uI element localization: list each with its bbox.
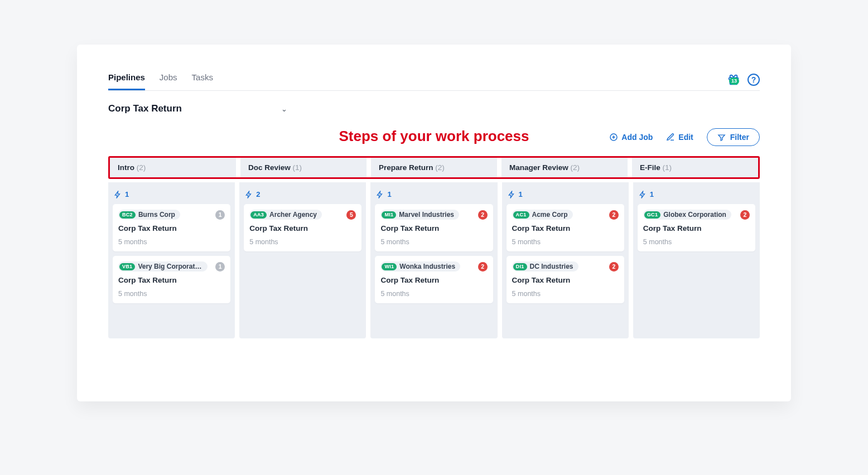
card-meta: 5 months <box>643 238 750 246</box>
add-job-button[interactable]: Add Job <box>609 133 653 142</box>
card-title: Corp Tax Return <box>512 224 619 232</box>
client-name: Marvel Industries <box>399 211 454 219</box>
stage-count: (1) <box>293 163 302 172</box>
task-count-badge: 2 <box>478 262 488 272</box>
stage-name: Intro <box>118 163 134 172</box>
client-tag: GC1 <box>644 211 660 219</box>
tab-tasks[interactable]: Tasks <box>192 72 213 90</box>
task-count-badge: 2 <box>609 210 619 220</box>
edit-label: Edit <box>678 133 693 142</box>
chevron-down-icon: ⌄ <box>281 105 287 113</box>
column-body: 1MI1Marvel Industries2Corp Tax Return5 m… <box>370 182 497 338</box>
stage-header[interactable]: Doc Review (1) <box>240 158 367 177</box>
bolt-icon <box>376 191 384 198</box>
gift-badge: 13 <box>729 77 739 85</box>
stage-count: (2) <box>571 163 580 172</box>
tab-pipelines[interactable]: Pipelines <box>108 72 145 90</box>
client-tag: WI1 <box>382 263 397 270</box>
job-card[interactable]: BC2Burns Corp1Corp Tax Return5 months <box>113 204 230 251</box>
plus-circle-icon <box>609 133 618 142</box>
card-meta: 5 months <box>249 238 356 246</box>
stage-name: E-File <box>640 163 660 172</box>
client-name: Wonka Industries <box>399 263 455 270</box>
task-count-badge: 2 <box>478 210 488 220</box>
automation-stat[interactable]: 1 <box>638 187 755 204</box>
job-card[interactable]: WI1Wonka Industries2Corp Tax Return5 mon… <box>375 256 493 303</box>
kanban-board: 1BC2Burns Corp1Corp Tax Return5 monthsVB… <box>108 182 760 338</box>
job-card[interactable]: GC1Globex Corporation2Corp Tax Return5 m… <box>638 204 755 251</box>
kanban-column: 1AC1Acme Corp2Corp Tax Return5 monthsDI1… <box>502 182 629 338</box>
card-top: VB1Very Big Corporation of Am…1 <box>118 261 225 272</box>
client-chip: AC1Acme Corp <box>512 210 573 220</box>
job-card[interactable]: AA3Archer Agency5Corp Tax Return5 months <box>244 204 361 251</box>
stage-header[interactable]: E-File (1) <box>632 158 758 177</box>
column-body: 2AA3Archer Agency5Corp Tax Return5 month… <box>239 182 366 338</box>
card-top: AC1Acme Corp2 <box>512 210 619 220</box>
task-count-badge: 2 <box>740 210 750 220</box>
task-count-badge: 1 <box>215 262 225 272</box>
filter-icon <box>717 133 726 142</box>
card-meta: 5 months <box>118 290 225 298</box>
job-card[interactable]: MI1Marvel Industries2Corp Tax Return5 mo… <box>375 204 493 251</box>
kanban-column: 1GC1Globex Corporation2Corp Tax Return5 … <box>633 182 760 338</box>
card-title: Corp Tax Return <box>512 276 619 284</box>
stage-count: (1) <box>663 163 672 172</box>
bolt-icon <box>114 191 122 198</box>
card-title: Corp Tax Return <box>118 224 225 232</box>
card-meta: 5 months <box>512 238 619 246</box>
client-name: Very Big Corporation of Am… <box>138 263 202 270</box>
client-tag: BC2 <box>119 211 136 219</box>
kanban-column: 1BC2Burns Corp1Corp Tax Return5 monthsVB… <box>108 182 235 338</box>
tabs: Pipelines Jobs Tasks <box>108 72 213 90</box>
stage-name: Doc Review <box>248 163 291 172</box>
automation-stat[interactable]: 1 <box>375 187 493 204</box>
card-title: Corp Tax Return <box>249 224 356 232</box>
card-top: BC2Burns Corp1 <box>118 210 225 220</box>
client-tag: MI1 <box>382 211 396 219</box>
stage-header[interactable]: Intro (2) <box>110 158 236 177</box>
pipeline-selector[interactable]: Corp Tax Return ⌄ <box>108 103 760 114</box>
card-title: Corp Tax Return <box>380 276 487 284</box>
filter-label: Filter <box>730 133 749 142</box>
client-name: Archer Agency <box>269 211 317 219</box>
job-card[interactable]: VB1Very Big Corporation of Am…1Corp Tax … <box>113 256 230 303</box>
card-title: Corp Tax Return <box>118 276 225 284</box>
add-job-label: Add Job <box>621 133 653 142</box>
client-chip: VB1Very Big Corporation of Am… <box>118 261 208 272</box>
column-body: 1BC2Burns Corp1Corp Tax Return5 monthsVB… <box>108 182 235 338</box>
tab-jobs[interactable]: Jobs <box>160 72 177 90</box>
card-title: Corp Tax Return <box>380 224 487 232</box>
client-name: Globex Corporation <box>663 211 726 219</box>
stage-count: (2) <box>137 163 146 172</box>
client-name: Burns Corp <box>138 211 175 219</box>
client-tag: AC1 <box>513 211 529 219</box>
card-top: AA3Archer Agency5 <box>249 210 356 220</box>
pipeline-name: Corp Tax Return <box>108 103 276 114</box>
task-count-badge: 1 <box>215 210 225 220</box>
job-card[interactable]: AC1Acme Corp2Corp Tax Return5 months <box>507 204 624 251</box>
gift-button[interactable]: 13 <box>727 74 740 86</box>
client-tag: VB1 <box>119 263 135 270</box>
automation-stat[interactable]: 1 <box>507 187 624 204</box>
client-chip: BC2Burns Corp <box>118 210 180 220</box>
job-card[interactable]: DI1DC Industries2Corp Tax Return5 months <box>507 256 624 303</box>
automation-stat[interactable]: 1 <box>113 187 230 204</box>
client-tag: DI1 <box>513 263 527 270</box>
edit-icon <box>666 133 675 142</box>
kanban-column: 1MI1Marvel Industries2Corp Tax Return5 m… <box>370 182 497 338</box>
stage-header[interactable]: Prepare Return (2) <box>371 158 497 177</box>
task-count-badge: 2 <box>609 262 619 272</box>
kanban-column: 2AA3Archer Agency5Corp Tax Return5 month… <box>239 182 366 338</box>
client-name: DC Industries <box>530 263 573 270</box>
automation-count: 2 <box>256 190 260 198</box>
help-button[interactable]: ? <box>748 74 760 86</box>
bolt-icon <box>639 191 647 198</box>
filter-button[interactable]: Filter <box>707 128 760 146</box>
stage-header[interactable]: Manager Review (2) <box>501 158 628 177</box>
stage-count: (2) <box>435 163 445 172</box>
card-title: Corp Tax Return <box>643 224 750 232</box>
edit-button[interactable]: Edit <box>666 133 693 142</box>
column-body: 1AC1Acme Corp2Corp Tax Return5 monthsDI1… <box>502 182 629 338</box>
automation-stat[interactable]: 2 <box>244 187 361 204</box>
client-chip: WI1Wonka Industries <box>380 261 460 272</box>
